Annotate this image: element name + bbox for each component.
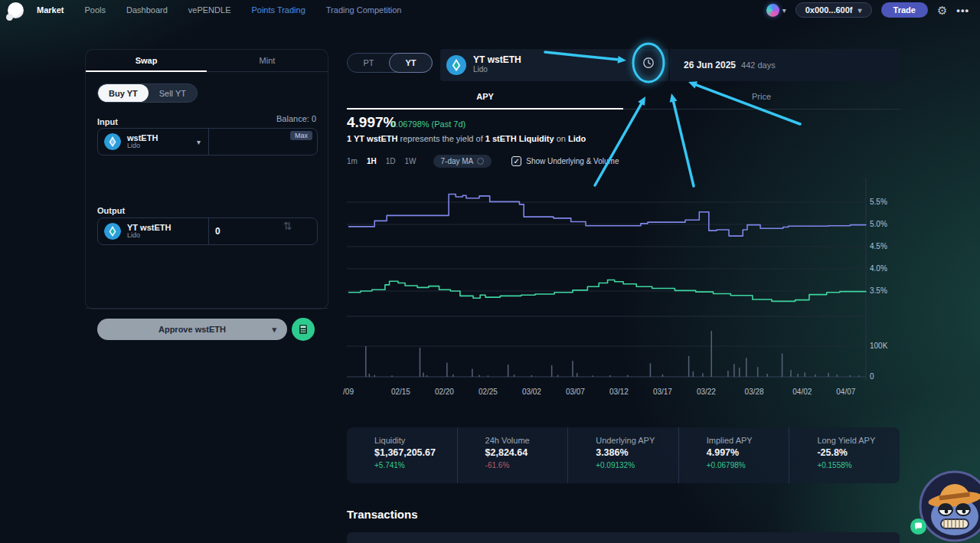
ma-selector[interactable]: 7-day MA	[433, 155, 492, 168]
pt-toggle-button[interactable]: PT	[348, 54, 390, 72]
input-box: wstETH Lido ▾ Max	[97, 128, 318, 155]
headline-apy-change: 0.06798% (Past 7d)	[391, 119, 466, 129]
stat-underlying-apy: Underlying APY 3.386% +0.09132%	[567, 427, 678, 483]
stat-implied-apy: Implied APY 4.997% +0.06798%	[678, 427, 789, 483]
stat-value: 4.997%	[707, 447, 789, 458]
x-axis-label: 03/02	[522, 388, 541, 396]
stat-value: -25.8%	[817, 447, 900, 458]
input-label: Input	[97, 114, 118, 128]
chevron-down-icon: ▾	[272, 325, 276, 335]
nav-right-cluster: ▾ 0x000...600f ▾ Trade ⚙ •••	[766, 2, 980, 18]
nav-item-market[interactable]: Market	[37, 5, 64, 15]
checkbox-checked-icon: ✓	[511, 156, 521, 166]
stat-change: +0.1558%	[817, 461, 900, 469]
output-token-selector[interactable]: YT wstETH Lido	[98, 218, 209, 244]
pt-yt-toggle: PT YT	[347, 53, 433, 73]
stat-label: Implied APY	[707, 436, 789, 445]
wallet-address-button[interactable]: 0x000...600f ▾	[795, 2, 872, 18]
nav-item-dashboard[interactable]: Dashboard	[126, 5, 168, 15]
tab-swap[interactable]: Swap	[86, 50, 207, 71]
yt-wsteth-coin-icon	[104, 223, 121, 240]
underlying-volume-toggle[interactable]: ✓ Show Underlying & Volume	[511, 156, 619, 166]
range-1m-button[interactable]: 1m	[347, 157, 358, 165]
x-axis-label: 02/20	[435, 388, 454, 396]
range-1h-button[interactable]: 1H	[367, 157, 377, 165]
chart-tabs: APY Price	[347, 92, 900, 110]
input-amount-field[interactable]: Max	[209, 129, 317, 155]
stat-label: Long Yield APY	[817, 436, 900, 445]
mascot-avatar[interactable]	[919, 470, 980, 542]
output-amount-field[interactable]: 0	[209, 218, 317, 244]
network-selector[interactable]: ▾	[766, 4, 786, 17]
gear-icon[interactable]: ⚙	[937, 5, 947, 16]
approve-button[interactable]: Approve wstETH ▾	[97, 319, 287, 340]
chart-range-controls: 1m 1H 1D 1W 7-day MA ✓ Show Underlying &…	[347, 155, 619, 168]
stat-change: +0.09132%	[596, 461, 678, 469]
range-1w-button[interactable]: 1W	[405, 157, 416, 165]
tab-mint[interactable]: Mint	[207, 50, 328, 71]
chat-widget-button[interactable]	[910, 518, 926, 535]
nav-item-points-trading[interactable]: Points Trading	[251, 5, 305, 15]
toggle-label: Show Underlying & Volume	[526, 157, 619, 165]
pendle-market-page: Market Pools Dashboard vePENDLE Points T…	[0, 0, 980, 543]
input-balance: Balance: 0	[276, 114, 316, 123]
buy-yt-button[interactable]: Buy YT	[98, 84, 149, 102]
maturity-panel[interactable]: 26 Jun 2025 442 days	[670, 49, 900, 81]
ma-info-icon	[477, 158, 484, 165]
stat-liquidity: Liquidity $1,367,205.67 +5.741%	[347, 427, 457, 483]
card-divider	[86, 308, 328, 309]
stat-label: Liquidity	[374, 436, 457, 445]
x-axis-label: 03/22	[697, 388, 716, 396]
chevron-down-icon: ▾	[858, 6, 862, 15]
wsteth-coin-icon	[104, 133, 121, 150]
swap-mint-tabs: Swap Mint	[86, 50, 328, 72]
nav-item-trading-competition[interactable]: Trading Competition	[326, 5, 402, 15]
stat-change: -61.6%	[485, 461, 568, 469]
x-axis-label: 02/15	[391, 388, 410, 396]
annotation-arrowhead	[688, 81, 697, 88]
tab-price[interactable]: Price	[623, 92, 900, 110]
chat-bubble-icon	[914, 522, 923, 531]
maturity-clock-icon[interactable]	[642, 57, 655, 69]
x-axis-label: 03/17	[653, 388, 672, 396]
max-button[interactable]: Max	[290, 131, 312, 140]
sell-yt-button[interactable]: Sell YT	[149, 84, 197, 102]
output-label: Output	[97, 203, 125, 217]
ma-label: 7-day MA	[441, 157, 474, 165]
input-token-selector[interactable]: wstETH Lido ▾	[98, 129, 209, 155]
range-1d-button[interactable]: 1D	[386, 157, 396, 165]
apy-chart-canvas[interactable]	[347, 176, 877, 383]
yt-toggle-button[interactable]: YT	[389, 53, 433, 73]
stat-long-yield-apy: Long Yield APY -25.8% +0.1558%	[789, 427, 900, 483]
nav-item-pools[interactable]: Pools	[84, 5, 106, 15]
annotation-arrow	[674, 102, 694, 186]
x-axis-label: 03/28	[745, 388, 764, 396]
market-info-panel[interactable]: YT wstETH Lido	[440, 49, 668, 81]
x-axis-label: 03/12	[609, 388, 629, 396]
chart-x-axis: /0902/1502/2002/2503/0203/0703/1203/1703…	[0, 388, 980, 398]
x-axis-label: 04/07	[836, 388, 855, 396]
more-menu-icon[interactable]: •••	[956, 5, 969, 16]
yt-wsteth-coin-icon	[446, 55, 466, 75]
stat-change: +5.741%	[374, 461, 457, 469]
x-axis-label: 03/07	[566, 388, 585, 396]
headline-apy-value: 4.997%	[347, 114, 396, 131]
nav-item-vependle[interactable]: vePENDLE	[188, 5, 231, 15]
stat-change: +0.06798%	[707, 461, 789, 469]
annotation-arrow	[595, 104, 642, 185]
x-axis-label: /09	[343, 388, 354, 396]
maturity-date: 26 Jun 2025	[684, 60, 736, 70]
calculator-icon	[298, 324, 309, 335]
tab-apy[interactable]: APY	[347, 92, 623, 110]
input-token-protocol: Lido	[127, 142, 158, 150]
trade-button[interactable]: Trade	[881, 2, 928, 18]
market-token-protocol: Lido	[473, 65, 521, 74]
transactions-table-top	[347, 532, 900, 543]
calculator-button[interactable]	[292, 318, 315, 341]
stat-value: $1,367,205.67	[374, 447, 457, 458]
stat-value: $2,824.64	[485, 447, 568, 458]
market-stats-panel: Liquidity $1,367,205.67 +5.741% 24h Volu…	[347, 427, 900, 483]
buy-sell-toggle: Buy YT Sell YT	[97, 83, 198, 103]
pendle-logo-icon[interactable]	[8, 2, 24, 18]
output-token-protocol: Lido	[127, 232, 171, 240]
